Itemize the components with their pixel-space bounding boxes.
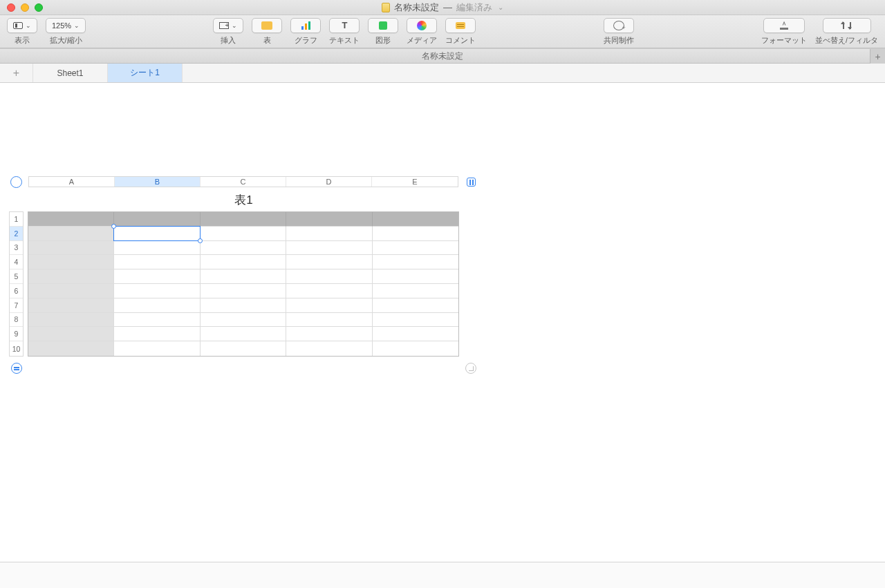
- cell[interactable]: [286, 341, 372, 356]
- cell[interactable]: [28, 313, 114, 328]
- cell[interactable]: [373, 269, 458, 284]
- cell[interactable]: [286, 212, 372, 227]
- cell[interactable]: [286, 284, 372, 298]
- cell[interactable]: [201, 341, 286, 356]
- column-header[interactable]: B: [115, 177, 201, 187]
- column-header[interactable]: E: [372, 177, 458, 187]
- row-header[interactable]: 2: [10, 227, 23, 241]
- column-header[interactable]: C: [201, 177, 286, 187]
- cell[interactable]: [201, 269, 286, 284]
- spreadsheet-canvas[interactable]: ABCDE 表1 12345678910: [0, 83, 885, 562]
- cell[interactable]: [286, 313, 372, 328]
- cell[interactable]: [286, 327, 372, 341]
- cell[interactable]: [28, 227, 114, 241]
- insert-button[interactable]: ⌄: [213, 18, 243, 33]
- table-title[interactable]: 表1: [28, 192, 460, 208]
- cell[interactable]: [373, 255, 458, 269]
- cell[interactable]: [114, 241, 200, 256]
- sheet-tab[interactable]: Sheet1: [33, 64, 108, 82]
- document-subheader: 名称未設定 +: [0, 48, 885, 64]
- chart-label: グラフ: [295, 36, 317, 46]
- cell[interactable]: [373, 212, 458, 227]
- cell[interactable]: [373, 327, 458, 341]
- media-button[interactable]: [407, 18, 437, 33]
- sheet-tabs: + Sheet1 シート1: [0, 64, 885, 83]
- close-window-button[interactable]: [7, 3, 15, 12]
- row-header[interactable]: 10: [10, 341, 23, 356]
- cell[interactable]: [201, 284, 286, 298]
- cell[interactable]: [114, 255, 200, 269]
- document-icon: [382, 3, 390, 12]
- sort-icon: [841, 21, 853, 30]
- zoom-window-button[interactable]: [35, 3, 43, 12]
- cell[interactable]: [28, 298, 114, 313]
- row-header[interactable]: 5: [10, 269, 23, 284]
- cell[interactable]: [28, 255, 114, 269]
- zoom-dropdown[interactable]: 125% ⌄: [46, 18, 86, 33]
- chart-button[interactable]: [290, 18, 321, 33]
- table-row: [28, 298, 458, 313]
- cell[interactable]: [28, 341, 114, 356]
- row-header[interactable]: 8: [10, 313, 23, 328]
- cell[interactable]: [28, 327, 114, 341]
- comment-button[interactable]: [445, 18, 476, 33]
- view-button[interactable]: ⌄: [7, 18, 37, 33]
- collaborate-button[interactable]: [604, 18, 634, 33]
- add-panel-button[interactable]: +: [870, 49, 885, 64]
- cell[interactable]: [201, 298, 286, 313]
- add-row-handle[interactable]: [11, 363, 22, 374]
- cell[interactable]: [114, 313, 200, 328]
- cell[interactable]: [286, 298, 372, 313]
- cell[interactable]: [114, 298, 200, 313]
- cell[interactable]: [373, 227, 458, 241]
- cell[interactable]: [28, 284, 114, 298]
- cell[interactable]: [286, 255, 372, 269]
- cell[interactable]: [373, 298, 458, 313]
- cell[interactable]: [114, 269, 200, 284]
- cell[interactable]: [373, 341, 458, 356]
- row-header[interactable]: 4: [10, 255, 23, 269]
- sort-filter-button[interactable]: [823, 18, 871, 33]
- cell[interactable]: [201, 327, 286, 341]
- zoom-label: 拡大/縮小: [50, 36, 82, 46]
- cell[interactable]: [373, 284, 458, 298]
- table-button[interactable]: [252, 18, 282, 33]
- row-header[interactable]: 1: [10, 212, 23, 227]
- cell[interactable]: [373, 313, 458, 328]
- table-resize-handle[interactable]: [465, 363, 476, 374]
- cell[interactable]: [286, 269, 372, 284]
- cell[interactable]: [201, 313, 286, 328]
- cell[interactable]: [114, 212, 200, 227]
- cell[interactable]: [28, 269, 114, 284]
- cell[interactable]: [201, 227, 286, 241]
- cell[interactable]: [114, 227, 200, 241]
- cell[interactable]: [114, 327, 200, 341]
- column-header[interactable]: D: [286, 177, 372, 187]
- cell[interactable]: [201, 212, 286, 227]
- cell[interactable]: [114, 284, 200, 298]
- row-header[interactable]: 3: [10, 241, 23, 256]
- sheet-tab[interactable]: シート1: [108, 64, 183, 82]
- cell[interactable]: [28, 241, 114, 256]
- table-select-handle[interactable]: [10, 176, 22, 188]
- format-button[interactable]: [763, 18, 805, 33]
- cell[interactable]: [114, 341, 200, 356]
- cell[interactable]: [286, 241, 372, 256]
- cell[interactable]: [201, 255, 286, 269]
- column-header[interactable]: A: [29, 177, 115, 187]
- minimize-window-button[interactable]: [21, 3, 29, 12]
- shape-button[interactable]: [368, 18, 398, 33]
- add-column-handle[interactable]: [467, 178, 476, 187]
- window-title[interactable]: 名称未設定 — 編集済み ⌄: [382, 1, 503, 14]
- cell[interactable]: [373, 241, 458, 256]
- row-header[interactable]: 9: [10, 327, 23, 341]
- cell[interactable]: [286, 227, 372, 241]
- row-header[interactable]: 7: [10, 298, 23, 313]
- add-sheet-button[interactable]: +: [0, 64, 33, 82]
- text-icon: T: [342, 20, 347, 30]
- cell[interactable]: [201, 241, 286, 256]
- table-grid[interactable]: [28, 211, 459, 357]
- text-button[interactable]: T: [329, 18, 360, 33]
- cell[interactable]: [28, 212, 114, 227]
- row-header[interactable]: 6: [10, 284, 23, 298]
